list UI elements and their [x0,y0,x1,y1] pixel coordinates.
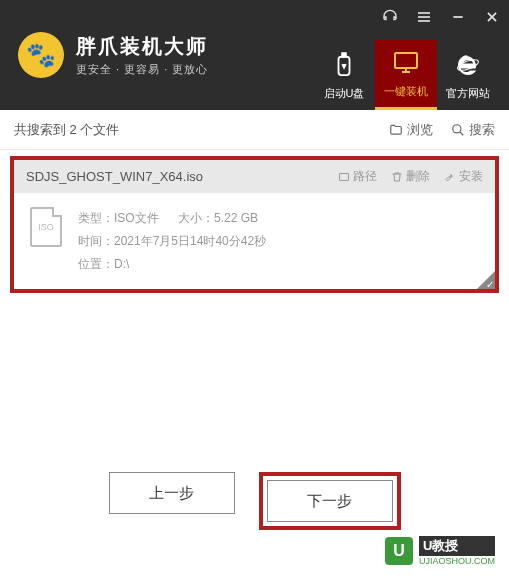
trash-icon [391,171,403,183]
menu-icon[interactable] [415,8,433,26]
folder-icon [389,123,403,137]
browse-button[interactable]: 浏览 [389,121,433,139]
next-button[interactable]: 下一步 [267,480,393,522]
svg-point-11 [453,124,461,132]
watermark-icon: U [385,537,413,565]
app-header: 🐾 胖爪装机大师 更安全 · 更容易 · 更放心 启动U盘 一键装机 官方网站 [0,0,509,110]
logo-text: 胖爪装机大师 更安全 · 更容易 · 更放心 [76,33,208,77]
ie-icon [456,50,480,80]
tab-label: 一键装机 [384,84,428,99]
nav-tabs: 启动U盘 一键装机 官方网站 [313,40,499,110]
search-result-text: 共搜索到 2 个文件 [14,121,119,139]
logo-icon: 🐾 [18,32,64,78]
file-card-body: ISO 类型：ISO文件 大小：5.22 GB 时间：2021年7月5日14时4… [14,193,495,289]
tab-official-site[interactable]: 官方网站 [437,40,499,110]
tab-label: 官方网站 [446,86,490,101]
prev-button[interactable]: 上一步 [109,472,235,514]
check-icon: ✓ [486,279,494,290]
tab-label: 启动U盘 [324,86,365,101]
file-name: SDJS_GHOST_WIN7_X64.iso [26,169,203,184]
window-controls [381,8,501,26]
file-card-header: SDJS_GHOST_WIN7_X64.iso 路径 删除 安装 [14,160,495,193]
tab-usb-boot[interactable]: 启动U盘 [313,40,375,110]
svg-line-12 [460,131,464,135]
install-button[interactable]: 安装 [444,168,483,185]
usb-icon [333,50,355,80]
watermark-url: UJIAOSHOU.COM [419,556,495,566]
path-icon [338,171,350,183]
file-card[interactable]: SDJS_GHOST_WIN7_X64.iso 路径 删除 安装 ISO 类型：… [10,156,499,293]
toolbar: 共搜索到 2 个文件 浏览 搜索 [0,110,509,150]
monitor-icon [393,48,419,78]
wrench-icon [444,171,456,183]
tab-one-click-install[interactable]: 一键装机 [375,40,437,110]
app-subtitle: 更安全 · 更容易 · 更放心 [76,62,208,77]
footer-buttons: 上一步 下一步 [0,472,509,530]
search-button[interactable]: 搜索 [451,121,495,139]
close-icon[interactable] [483,8,501,26]
search-icon [451,123,465,137]
minimize-icon[interactable] [449,8,467,26]
logo-section: 🐾 胖爪装机大师 更安全 · 更容易 · 更放心 [18,32,208,78]
file-info: 类型：ISO文件 大小：5.22 GB 时间：2021年7月5日14时40分42… [78,207,479,275]
iso-file-icon: ISO [30,207,62,247]
headset-icon[interactable] [381,8,399,26]
app-title: 胖爪装机大师 [76,33,208,60]
path-button[interactable]: 路径 [338,168,377,185]
watermark-brand: U教授 [419,536,495,556]
svg-rect-13 [340,173,349,180]
watermark: U U教授 UJIAOSHOU.COM [385,536,495,566]
svg-rect-7 [395,53,417,68]
delete-button[interactable]: 删除 [391,168,430,185]
